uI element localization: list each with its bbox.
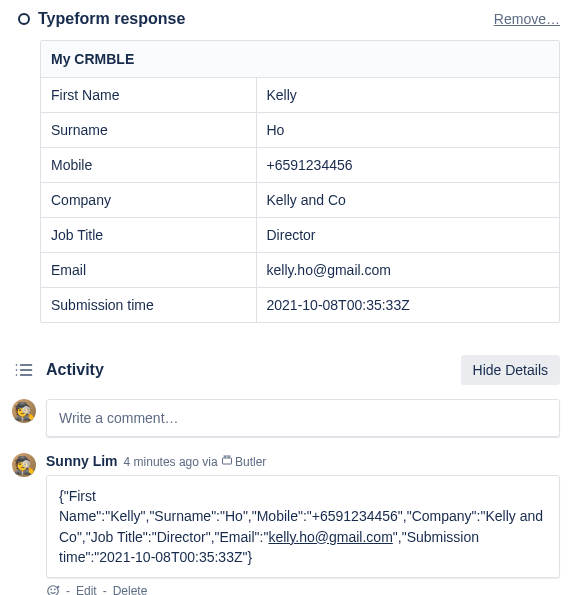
row-value: 2021-10-08T00:35:33Z bbox=[256, 288, 559, 323]
table-row: Mobile +6591234456 bbox=[41, 148, 559, 183]
row-value: Kelly bbox=[256, 78, 559, 113]
table-title: My CRMBLE bbox=[41, 41, 559, 78]
delete-link[interactable]: Delete bbox=[113, 584, 148, 595]
comment-actions: - Edit - Delete bbox=[46, 584, 560, 595]
typeform-header: Typeform response Remove… bbox=[40, 10, 560, 28]
svg-point-12 bbox=[54, 589, 55, 590]
table-row: First Name Kelly bbox=[41, 78, 559, 113]
avatar: 🕵️ bbox=[12, 399, 36, 423]
avatar: 🕵️ bbox=[12, 453, 36, 477]
typeform-section: Typeform response Remove… My CRMBLE Firs… bbox=[12, 10, 560, 323]
butler-icon bbox=[221, 453, 234, 466]
activity-icon bbox=[12, 358, 36, 382]
row-label: Submission time bbox=[41, 288, 256, 323]
bullet-icon bbox=[18, 13, 30, 25]
table-row: Submission time 2021-10-08T00:35:33Z bbox=[41, 288, 559, 323]
comment-body: {"First Name":"Kelly","Surname":"Ho","Mo… bbox=[46, 475, 560, 578]
comment-item: 🕵️ Sunny Lim 4 minutes ago via Butler {"… bbox=[12, 453, 560, 595]
row-label: Email bbox=[41, 253, 256, 288]
row-label: First Name bbox=[41, 78, 256, 113]
comment-author: Sunny Lim bbox=[46, 453, 118, 469]
typeform-table: My CRMBLE First Name Kelly Surname Ho Mo… bbox=[40, 40, 560, 323]
table-row: Job Title Director bbox=[41, 218, 559, 253]
comment-meta: Sunny Lim 4 minutes ago via Butler bbox=[46, 453, 560, 469]
activity-section: Activity Hide Details 🕵️ Write a comment… bbox=[12, 355, 560, 595]
row-label: Surname bbox=[41, 113, 256, 148]
hide-details-button[interactable]: Hide Details bbox=[461, 355, 560, 385]
typeform-title: Typeform response bbox=[38, 10, 185, 28]
svg-rect-6 bbox=[223, 458, 232, 464]
row-value: +6591234456 bbox=[256, 148, 559, 183]
comment-input-row: 🕵️ Write a comment… bbox=[12, 399, 560, 437]
email-link[interactable]: kelly.ho@gmail.com bbox=[268, 529, 392, 545]
activity-title: Activity bbox=[46, 361, 104, 379]
table-row: Surname Ho bbox=[41, 113, 559, 148]
comment-input[interactable]: Write a comment… bbox=[46, 399, 560, 437]
remove-link[interactable]: Remove… bbox=[494, 11, 560, 27]
activity-header: Activity Hide Details bbox=[12, 355, 560, 385]
edit-link[interactable]: Edit bbox=[76, 584, 97, 595]
row-label: Company bbox=[41, 183, 256, 218]
row-value: Ho bbox=[256, 113, 559, 148]
row-value: Director bbox=[256, 218, 559, 253]
emoji-icon[interactable] bbox=[46, 584, 60, 595]
row-value: Kelly and Co bbox=[256, 183, 559, 218]
row-value: kelly.ho@gmail.com bbox=[256, 253, 559, 288]
table-row: Email kelly.ho@gmail.com bbox=[41, 253, 559, 288]
row-label: Mobile bbox=[41, 148, 256, 183]
svg-point-11 bbox=[51, 589, 52, 590]
comment-time: 4 minutes ago via Butler bbox=[124, 453, 267, 469]
table-row: Company Kelly and Co bbox=[41, 183, 559, 218]
row-label: Job Title bbox=[41, 218, 256, 253]
